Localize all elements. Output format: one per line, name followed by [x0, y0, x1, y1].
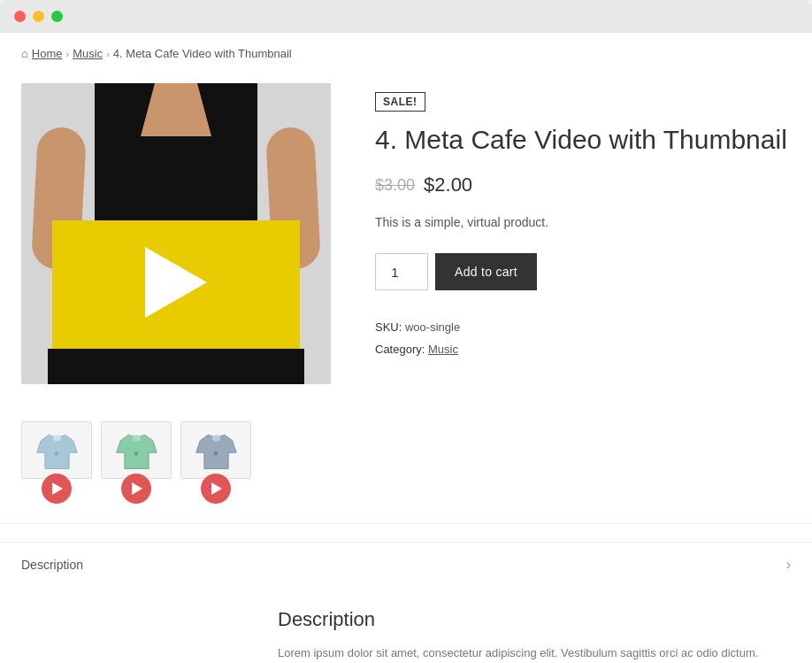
- sku-row: SKU: woo-single: [375, 317, 791, 339]
- divider: [0, 523, 812, 524]
- thumbnail-3-wrapper: ❄: [180, 421, 251, 479]
- svg-text:❄: ❄: [134, 449, 139, 457]
- minimize-button[interactable]: [33, 11, 44, 22]
- breadcrumb-music-link[interactable]: Music: [73, 47, 103, 60]
- product-description: This is a simple, virtual product.: [375, 212, 791, 232]
- sku-label: SKU:: [375, 320, 402, 334]
- window-chrome: [0, 0, 812, 33]
- product-meta: SKU: woo-single Category: Music: [375, 317, 791, 360]
- breadcrumb-current: 4. Meta Cafe Video with Thumbnail: [113, 47, 292, 60]
- thumbnail-1-wrapper: ❄: [21, 421, 92, 479]
- thumbnail-1[interactable]: ❄: [21, 421, 92, 479]
- svg-point-4: [211, 435, 219, 441]
- quantity-input[interactable]: [375, 253, 428, 290]
- product-gallery: ❄ ❄: [21, 83, 340, 479]
- product-info: SALE! 4. Meta Cafe Video with Thumbnail …: [375, 83, 791, 479]
- play-badge-2[interactable]: [121, 474, 151, 504]
- thumbnail-2-wrapper: ❄: [101, 421, 172, 479]
- description-section: Description Lorem ipsum dolor sit amet, …: [0, 587, 812, 663]
- category-link[interactable]: Music: [428, 343, 458, 356]
- play-badge-3[interactable]: [201, 474, 231, 504]
- description-right: Description Lorem ipsum dolor sit amet, …: [278, 608, 791, 663]
- description-title: Description: [278, 608, 791, 631]
- svg-point-2: [132, 435, 140, 441]
- breadcrumb-sep2: ›: [106, 49, 110, 59]
- svg-point-0: [52, 435, 60, 441]
- home-icon: ⌂: [21, 47, 28, 60]
- maximize-button[interactable]: [51, 11, 63, 22]
- close-button[interactable]: [14, 11, 26, 22]
- description-left: [21, 608, 242, 663]
- description-body: Lorem ipsum dolor sit amet, consectetur …: [278, 644, 791, 663]
- breadcrumb-sep1: ›: [66, 49, 70, 59]
- play-icon-on-skirt: [145, 247, 207, 318]
- category-row: Category: Music: [375, 339, 791, 361]
- original-price: $3.00: [375, 176, 415, 195]
- sku-value: woo-single: [405, 320, 460, 334]
- description-tab-label: Description: [21, 558, 83, 572]
- product-title: 4. Meta Cafe Video with Thumbnail: [375, 124, 791, 156]
- page-content: ⌂ Home › Music › 4. Meta Cafe Video with…: [0, 33, 812, 663]
- sale-badge: SALE!: [375, 92, 425, 112]
- thumbnail-2[interactable]: ❄: [101, 421, 172, 479]
- description-tab[interactable]: Description ›: [0, 542, 812, 587]
- thumbnail-3[interactable]: ❄: [180, 421, 251, 479]
- add-to-cart-button[interactable]: Add to cart: [435, 253, 537, 290]
- breadcrumb: ⌂ Home › Music › 4. Meta Cafe Video with…: [0, 33, 812, 74]
- thumbnails-row: ❄ ❄: [21, 421, 340, 479]
- play-badge-1[interactable]: [42, 474, 72, 504]
- chevron-right-icon: ›: [786, 557, 791, 573]
- breadcrumb-home-link[interactable]: Home: [32, 47, 63, 60]
- figure-container: [21, 83, 331, 384]
- svg-text:❄: ❄: [213, 449, 218, 457]
- add-to-cart-row: Add to cart: [375, 253, 791, 290]
- price-area: $3.00 $2.00: [375, 173, 791, 197]
- sale-price: $2.00: [424, 173, 472, 197]
- main-product-image: [21, 83, 331, 384]
- svg-text:❄: ❄: [54, 449, 59, 457]
- product-area: ❄ ❄: [0, 74, 812, 505]
- category-label: Category:: [375, 343, 425, 356]
